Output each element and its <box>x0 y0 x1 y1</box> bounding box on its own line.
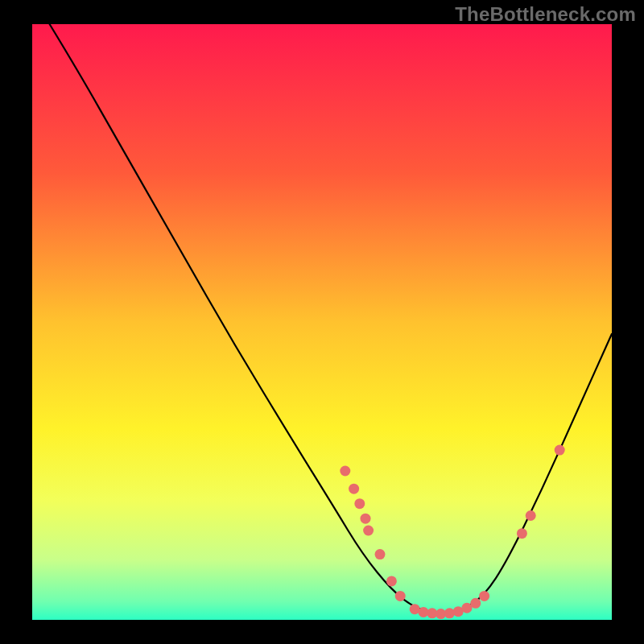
data-marker <box>555 445 565 456</box>
data-marker <box>375 549 386 559</box>
watermark-text: TheBottleneck.com <box>455 3 636 26</box>
data-marker <box>395 591 406 601</box>
chart-frame: TheBottleneck.com <box>0 0 644 644</box>
data-marker <box>517 528 527 539</box>
data-marker <box>361 514 371 524</box>
data-marker <box>386 576 397 586</box>
data-marker <box>349 484 359 494</box>
data-marker <box>479 591 489 601</box>
data-marker <box>444 608 455 618</box>
data-marker <box>470 598 481 609</box>
data-marker <box>526 510 536 521</box>
data-marker <box>363 526 374 536</box>
data-marker <box>354 498 365 509</box>
data-marker <box>340 466 350 477</box>
bottleneck-chart <box>0 0 644 644</box>
